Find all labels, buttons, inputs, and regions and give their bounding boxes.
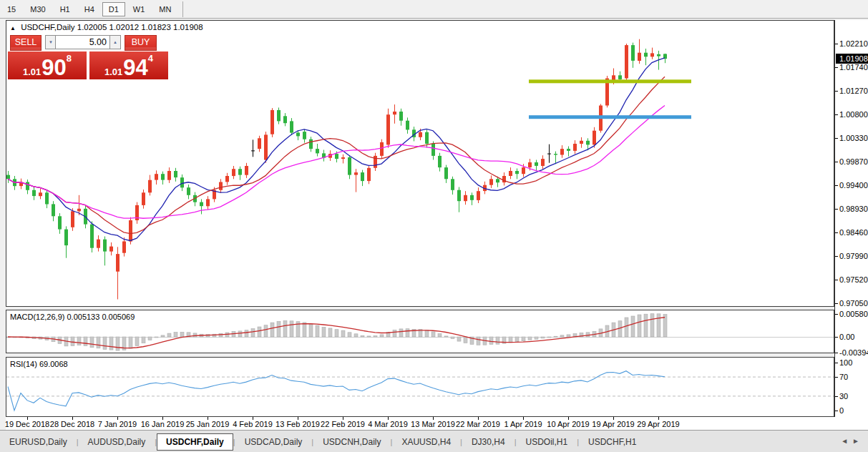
- price-axis-label-tick: [835, 162, 838, 162]
- chart-title: ▲ USDCHF,Daily 1.02005 1.02012 1.01823 1…: [10, 23, 203, 31]
- sell-button[interactable]: SELL: [10, 35, 42, 51]
- macd-axis-label: -0.003945: [839, 348, 868, 357]
- rsi-axis-label: 0: [839, 406, 844, 415]
- current-price-tag: 1.01908: [836, 54, 868, 64]
- macd-axis-label: 0.005805: [839, 310, 868, 318]
- chart-tab-usdchf-daily[interactable]: USDCHF,Daily: [157, 433, 233, 451]
- macd-axis-label-tick: [835, 337, 838, 338]
- chevron-up-icon: ▲: [113, 40, 117, 44]
- price-axis-label-tick: [835, 256, 838, 257]
- timeframe-toolbar: 15M30H1H4D1W1MN: [0, 0, 868, 19]
- price-axis-label: 1.00330: [839, 134, 868, 142]
- sell-price-box[interactable]: 1.01 90 8: [8, 51, 87, 79]
- rsi-axis-label: 70: [839, 373, 848, 381]
- rsi-axis-label-tick: [835, 396, 838, 397]
- price-axis-label-tick: [835, 185, 838, 186]
- price-axis-label-tick: [835, 209, 838, 210]
- timeframe-button-mn[interactable]: MN: [152, 2, 177, 16]
- chart-tab-xauusd-h4[interactable]: XAUUSD,H4: [392, 433, 460, 451]
- price-axis-label: 0.99870: [839, 157, 868, 166]
- chart-ohlc-values: 1.02005 1.02012 1.01823 1.01908: [77, 23, 203, 31]
- rsi-indicator-panel[interactable]: RSI(14) 69.0068: [6, 357, 834, 417]
- macd-indicator-panel[interactable]: MACD(12,26,9) 0.005133 0.005069: [6, 310, 834, 353]
- rsi-axis-label: 100: [839, 358, 852, 367]
- one-click-trading-panel: SELL ▼ 5.00 ▲ BUY 1.01 90 8 1.01 94: [7, 34, 179, 78]
- chart-tab-usdcnh-daily[interactable]: USDCNH,Daily: [313, 433, 390, 451]
- buy-price-big: 94: [123, 58, 147, 77]
- price-axis-label-tick: [835, 44, 838, 44]
- chart-tabs-bar: EURUSD,Daily|AUDUSD,Daily|USDCHF,Daily|U…: [0, 430, 868, 452]
- time-axis[interactable]: 19 Dec 201828 Dec 20187 Jan 201916 Jan 2…: [6, 417, 868, 430]
- timeframe-button-m30[interactable]: M30: [24, 2, 52, 16]
- chart-tab-eurusd-daily[interactable]: EURUSD,Daily: [0, 433, 77, 451]
- rsi-axis-label-tick: [835, 411, 838, 411]
- tabs-scroll-left-icon[interactable]: ◄: [841, 437, 852, 445]
- rsi-label: RSI(14) 69.0068: [10, 360, 68, 368]
- buy-price-pip: 4: [148, 53, 153, 64]
- timeframe-button-h4[interactable]: H4: [78, 2, 101, 16]
- chart-tab-usdoil-h1[interactable]: USDOil,H1: [516, 433, 577, 451]
- macd-axis-label-tick: [835, 314, 838, 315]
- chart-collapse-icon[interactable]: ▲: [10, 25, 16, 31]
- time-axis-label: 29 Apr 2019: [630, 420, 687, 428]
- price-axis-label: 0.97520: [839, 275, 868, 284]
- timeframe-button-15[interactable]: 15: [1, 2, 22, 16]
- chart-tab-usdchf-h1[interactable]: USDCHF,H1: [579, 433, 645, 451]
- price-axis-label-tick: [835, 232, 838, 233]
- macd-label: MACD(12,26,9) 0.005133 0.005069: [10, 313, 135, 321]
- price-axis-label: 0.98460: [839, 228, 868, 237]
- price-chart-panel[interactable]: ▲ USDCHF,Daily 1.02005 1.02012 1.01823 1…: [6, 20, 834, 307]
- price-axis-label: 0.97050: [839, 299, 868, 308]
- sell-price-big: 90: [42, 58, 66, 77]
- price-axis-label-tick: [835, 91, 838, 92]
- timeframe-button-d1[interactable]: D1: [102, 2, 125, 16]
- mt4-terminal-window: 15M30H1H4D1W1MN ▲ USDCHF,Daily 1.02005 1…: [0, 0, 868, 452]
- volume-increase-button[interactable]: ▲: [109, 35, 121, 49]
- price-axis-label: 0.97990: [839, 252, 868, 260]
- price-axis-label-tick: [835, 303, 838, 304]
- price-axis-label: 1.01740: [839, 63, 868, 72]
- price-axis-label: 1.02210: [839, 39, 868, 48]
- timeframe-button-w1[interactable]: W1: [127, 2, 152, 16]
- tabs-scroll-arrows[interactable]: ◄►: [841, 437, 864, 445]
- price-axis-label-tick: [835, 67, 838, 68]
- chart-symbol-label: USDCHF,Daily: [21, 23, 74, 31]
- price-axis-label: 1.00800: [839, 110, 868, 119]
- chevron-down-icon: ▼: [49, 40, 53, 44]
- timeframe-button-h1[interactable]: H1: [54, 2, 77, 16]
- rsi-axis-label: 30: [839, 392, 848, 401]
- tabs-scroll-right-icon[interactable]: ►: [852, 437, 864, 445]
- rsi-axis-label-tick: [835, 363, 838, 363]
- sell-price-pip: 8: [67, 53, 72, 64]
- buy-button[interactable]: BUY: [125, 35, 157, 51]
- price-axis-label-tick: [835, 114, 838, 115]
- toolbar-separator: [182, 1, 183, 17]
- price-axis-label-tick: [835, 138, 838, 139]
- volume-input[interactable]: 5.00: [55, 35, 111, 49]
- buy-price-main: 1.01: [104, 67, 122, 77]
- chart-tab-dj30-h4[interactable]: DJ30,H4: [462, 433, 515, 451]
- chart-tab-usdcad-daily[interactable]: USDCAD,Daily: [235, 433, 312, 451]
- macd-axis-label: 0.00: [839, 333, 854, 341]
- rsi-chart[interactable]: [6, 358, 834, 416]
- macd-axis-label-tick: [835, 353, 838, 353]
- sell-price-main: 1.01: [23, 67, 41, 77]
- rsi-axis-label-tick: [835, 377, 838, 378]
- price-axis-label-tick: [835, 280, 838, 280]
- price-axis[interactable]: 1.022101.017401.012701.008001.003300.998…: [834, 20, 868, 430]
- price-axis-label: 0.99400: [839, 181, 868, 190]
- price-axis-label: 1.01270: [839, 87, 868, 95]
- price-axis-label: 0.98930: [839, 205, 868, 213]
- chart-tab-audusd-daily[interactable]: AUDUSD,Daily: [79, 433, 155, 451]
- buy-price-box[interactable]: 1.01 94 4: [89, 51, 168, 79]
